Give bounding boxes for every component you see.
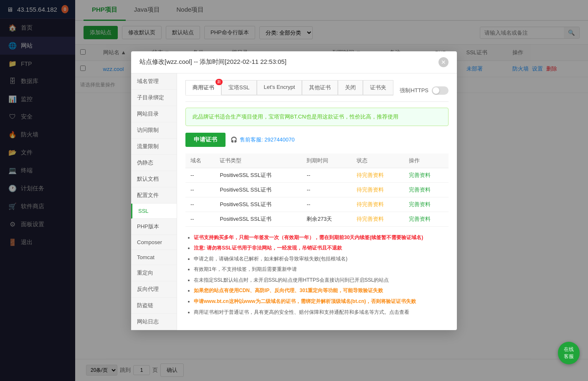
- cert-row: -- PositiveSSL SSL证书 -- 待完善资料 完善资料: [185, 197, 449, 212]
- cert-action[interactable]: 完善资料: [404, 197, 449, 212]
- cert-col-domain: 域名: [185, 154, 215, 168]
- modal-nav-subdir[interactable]: 子目录绑定: [131, 90, 177, 106]
- modal-nav-composer[interactable]: Composer: [131, 235, 177, 250]
- cert-domain: --: [185, 197, 215, 212]
- cert-expire: --: [302, 197, 351, 212]
- toggle-switch[interactable]: [432, 86, 449, 95]
- cert-type: PositiveSSL SSL证书: [215, 182, 302, 197]
- note-item: 有效期1年，不支持续签，到期后需要重新申请: [194, 265, 449, 274]
- note-item: 注意: 请勿将SSL证书用于非法网站，一经发现，吊销证书且不退款: [194, 244, 449, 253]
- cert-domain: --: [185, 182, 215, 197]
- modal-nav-hotlink[interactable]: 防盗链: [131, 298, 177, 314]
- cert-col-action: 操作: [404, 154, 449, 168]
- cert-col-type: 证书类型: [215, 154, 302, 168]
- modal-nav-webdir[interactable]: 网站目录: [131, 106, 177, 122]
- cert-expire: --: [302, 182, 351, 197]
- ssl-tabs-row: 商用证书 新 宝塔SSL Let's Encrypt 其他证书 关闭 证书夹 强…: [185, 80, 449, 102]
- cert-action[interactable]: 完善资料: [404, 182, 449, 197]
- modal-nav-domain[interactable]: 域名管理: [131, 73, 177, 90]
- modal-nav-defaultdoc[interactable]: 默认文档: [131, 171, 177, 187]
- note-item: 商用证书相对于普通证书，具有更高的安全性、赔付保障和支持通配符和多域名等方式。点…: [194, 308, 449, 317]
- cert-status: 待完善资料: [352, 212, 404, 226]
- modal-close-button[interactable]: ✕: [438, 57, 449, 67]
- service-line2: 客服: [564, 353, 574, 360]
- note-item: 申请之前，请确保域名已解析，如未解析会导致审核失败(包括根域名): [194, 255, 449, 264]
- cert-domain: --: [185, 168, 215, 182]
- new-badge: 新: [215, 79, 223, 85]
- apply-cert-button[interactable]: 申请证书: [185, 133, 226, 147]
- service-icon: 🎧: [231, 136, 237, 143]
- site-edit-modal: 站点修改[wzz.cool] -- 添加时间[2022-02-11 22:53:…: [131, 51, 457, 330]
- modal-nav-phpver[interactable]: PHP版本: [131, 219, 177, 235]
- cert-type: PositiveSSL SSL证书: [215, 197, 302, 212]
- modal-nav-ssl[interactable]: SSL: [131, 204, 177, 219]
- info-box: 此品牌证书适合生产项目使用，宝塔官网BT.CN也是用这款证书，性价比高，推荐使用: [185, 108, 449, 126]
- modal-title: 站点修改[wzz.cool] -- 添加时间[2022-02-11 22:53:…: [139, 58, 286, 66]
- notes-section: 证书支持购买多年，只能一年签发一次（有效期一年），需在到期前30天内续签(续签暂…: [185, 233, 449, 317]
- modal-sidenav: 域名管理子目录绑定网站目录访问限制流量限制伪静态默认文档配置文件SSLPHP版本…: [131, 73, 177, 330]
- cert-expire: 剩余273天: [302, 212, 351, 226]
- modal-nav-static[interactable]: 伪静态: [131, 155, 177, 171]
- note-item: 如果您的站点有使用CDN、高防IP、反向代理、301重定向等功能，可能导致验证失…: [194, 286, 449, 295]
- cert-action[interactable]: 完善资料: [404, 168, 449, 182]
- modal-body: 域名管理子目录绑定网站目录访问限制流量限制伪静态默认文档配置文件SSLPHP版本…: [131, 73, 457, 330]
- modal-nav-sitelog[interactable]: 网站日志: [131, 314, 177, 330]
- force-https-label: 强制HTTPS: [400, 87, 428, 94]
- cert-expire: --: [302, 168, 351, 182]
- cert-row: -- PositiveSSL SSL证书 -- 待完善资料 完善资料: [185, 182, 449, 197]
- cert-type: PositiveSSL SSL证书: [215, 212, 302, 226]
- note-item: 在未指定SSL默认站点时，未开启SSL的站点使用HTTPS会直接访问到已开启SS…: [194, 276, 449, 285]
- tab-other-cert[interactable]: 其他证书: [302, 80, 338, 95]
- modal-nav-tomcat[interactable]: Tomcat: [131, 250, 177, 265]
- ssl-inner-tabs: 商用证书 新 宝塔SSL Let's Encrypt 其他证书 关闭 证书夹: [185, 80, 393, 96]
- modal-nav-config[interactable]: 配置文件: [131, 187, 177, 204]
- online-service-button[interactable]: 在线 客服: [558, 342, 580, 364]
- modal-nav-redirect[interactable]: 重定向: [131, 265, 177, 281]
- cert-col-status: 状态: [352, 154, 404, 168]
- note-item: 申请www.bt.cn这种以www为二级域名的证书，需绑定并解析顶级域名(bt.…: [194, 297, 449, 306]
- modal-overlay[interactable]: 站点修改[wzz.cool] -- 添加时间[2022-02-11 22:53:…: [0, 0, 588, 381]
- cert-status: 待完善资料: [352, 197, 404, 212]
- cert-type: PositiveSSL SSL证书: [215, 168, 302, 182]
- tab-baota-ssl[interactable]: 宝塔SSL: [221, 80, 257, 95]
- cert-row: -- PositiveSSL SSL证书 剩余273天 待完善资料 完善资料: [185, 212, 449, 226]
- force-https-toggle: 强制HTTPS: [400, 86, 449, 95]
- cert-status: 待完善资料: [352, 182, 404, 197]
- modal-nav-proxy[interactable]: 反向代理: [131, 281, 177, 298]
- service-line1: 在线: [564, 346, 574, 353]
- note-item: 证书支持购买多年，只能一年签发一次（有效期一年），需在到期前30天内续签(续签暂…: [194, 233, 449, 242]
- customer-service[interactable]: 🎧 售前客服: 2927440070: [231, 136, 295, 144]
- tab-commercial[interactable]: 商用证书 新: [185, 80, 221, 95]
- tab-close-ssl[interactable]: 关闭: [338, 80, 363, 95]
- tab-letsencrypt[interactable]: Let's Encrypt: [257, 80, 302, 95]
- info-text: 此品牌证书适合生产项目使用，宝塔官网BT.CN也是用这款证书，性价比高，推荐使用: [193, 114, 398, 120]
- cert-action[interactable]: 完善资料: [404, 212, 449, 226]
- modal-nav-access[interactable]: 访问限制: [131, 122, 177, 139]
- cert-table: 域名 证书类型 到期时间 状态 操作 -- PositiveSSL SSL证书 …: [185, 154, 449, 227]
- cert-domain: --: [185, 212, 215, 226]
- tab-cert-dir[interactable]: 证书夹: [363, 80, 393, 95]
- apply-row: 申请证书 🎧 售前客服: 2927440070: [185, 133, 449, 147]
- modal-header: 站点修改[wzz.cool] -- 添加时间[2022-02-11 22:53:…: [131, 51, 457, 73]
- cert-col-expire: 到期时间: [302, 154, 351, 168]
- cert-row: -- PositiveSSL SSL证书 -- 待完善资料 完善资料: [185, 168, 449, 182]
- modal-nav-traffic[interactable]: 流量限制: [131, 139, 177, 155]
- ssl-content: 商用证书 新 宝塔SSL Let's Encrypt 其他证书 关闭 证书夹 强…: [177, 73, 457, 330]
- service-label: 售前客服: 2927440070: [240, 136, 295, 144]
- cert-status: 待完善资料: [352, 168, 404, 182]
